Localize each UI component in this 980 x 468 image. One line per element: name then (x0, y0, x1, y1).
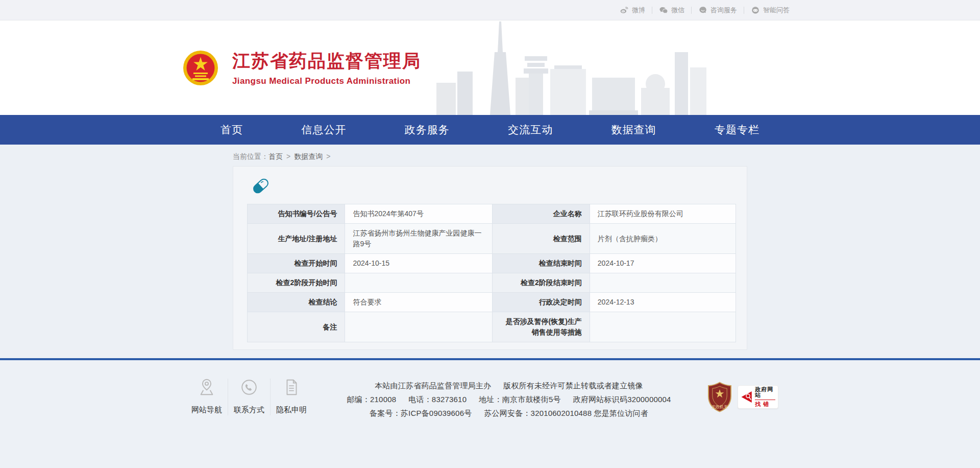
footer-info-segment: 政府网站标识码3200000004 (573, 395, 671, 404)
city-skyline-image (434, 20, 712, 115)
table-row: 检查2阶段开始时间检查2阶段结束时间 (248, 273, 736, 293)
field-label: 生产地址/注册地址 (248, 224, 345, 254)
breadcrumb-separator: > (326, 152, 330, 160)
nav-item-interaction[interactable]: 交流互动 (508, 123, 553, 137)
footer-link-label: 隐私申明 (272, 405, 311, 415)
divider (228, 379, 228, 415)
document-icon (272, 378, 311, 399)
brand: 江苏省药品监督管理局 Jiangsu Medical Products Admi… (182, 49, 421, 87)
footer-info-line: 邮编：210008电话：83273610地址：南京市鼓楼街5号政府网站标识码32… (311, 392, 707, 406)
topbar-link-label: 咨询服务 (710, 6, 737, 15)
footer-info-line: 备案号：苏ICP备09039606号苏公网安备：32010602010488 您… (311, 406, 707, 420)
topbar-link-label: 智能问答 (763, 6, 790, 15)
svg-text:党政机关: 党政机关 (712, 405, 728, 409)
field-label: 检查开始时间 (248, 254, 345, 273)
field-value (345, 273, 493, 293)
map-pin-icon (187, 378, 226, 399)
topbar-link-consult[interactable]: 咨询服务 (692, 6, 744, 15)
breadcrumb-separator: > (286, 152, 290, 160)
footer-info-line: 本站由江苏省药品监督管理局主办版权所有未经许可禁止转载或者建立镜像 (311, 379, 707, 392)
error-report-badge[interactable]: 政府网站 找错 (738, 385, 778, 409)
field-label: 检查2阶段开始时间 (248, 273, 345, 293)
field-label: 备注 (248, 312, 345, 342)
table-row: 备注是否涉及暂停(恢复)生产销售使用等措施 (248, 312, 736, 342)
field-value (345, 312, 493, 342)
footer-info-segment: 苏公网安备：32010602010488 您是第位访问者 (484, 409, 648, 417)
field-value: 2024-12-13 (590, 293, 736, 312)
magnifier-icon (741, 389, 752, 405)
nav-item-special-topics[interactable]: 专题专栏 (715, 123, 760, 137)
field-value: 符合要求 (345, 293, 493, 312)
capsule-icon (252, 177, 270, 195)
footer-info-segment: 备案号：苏ICP备09039606号 (370, 409, 472, 417)
table-row: 生产地址/注册地址江苏省扬州市扬州生物健康产业园健康一路9号检查范围片剂（含抗肿… (248, 224, 736, 254)
party-gov-badge[interactable]: 党政机关 (707, 382, 732, 412)
footer-link-site-nav[interactable]: 网站导航 (187, 378, 226, 415)
field-label: 检查结束时间 (493, 254, 590, 273)
badge-finderr-action: 找错 (755, 400, 775, 407)
field-label: 是否涉及暂停(恢复)生产销售使用等措施 (493, 312, 590, 342)
breadcrumb: 当前位置：首页>数据查询> (233, 145, 747, 161)
footer-info-segment: 版权所有未经许可禁止转载或者建立镜像 (503, 381, 643, 390)
breadcrumb-prefix: 当前位置： (233, 152, 268, 160)
topbar-link-weibo[interactable]: 微博 (613, 6, 652, 15)
phone-icon (230, 378, 268, 399)
nav-item-gov-services[interactable]: 政务服务 (405, 123, 450, 137)
footer-link-label: 联系方式 (230, 405, 268, 415)
footer-info: 本站由江苏省药品监督管理局主办版权所有未经许可禁止转载或者建立镜像邮编：2100… (311, 378, 707, 420)
footer-link-label: 网站导航 (187, 405, 226, 415)
field-value: 2024-10-15 (345, 254, 493, 273)
topbar-link-wechat[interactable]: 微信 (652, 6, 691, 15)
national-emblem-logo (182, 49, 219, 87)
table-row: 告知书编号/公告号告知书2024年第407号企业名称江苏联环药业股份有限公司 (248, 204, 736, 224)
topbar-link-label: 微博 (632, 6, 645, 15)
topbar: 微博微信咨询服务智能问答 (0, 0, 980, 20)
breadcrumb-link-data-query[interactable]: 数据查询 (294, 152, 323, 160)
field-label: 检查范围 (493, 224, 590, 254)
footer: 网站导航联系方式隐私申明 本站由江苏省药品监督管理局主办版权所有未经许可禁止转载… (0, 360, 980, 468)
field-label: 行政决定时间 (493, 293, 590, 312)
badge-finderr-title: 政府网站 (755, 387, 775, 400)
main-nav: 首页信息公开政务服务交流互动数据查询专题专栏 (0, 115, 980, 145)
field-value: 江苏联环药业股份有限公司 (590, 204, 736, 224)
footer-info-segment: 地址：南京市鼓楼街5号 (479, 395, 561, 404)
footer-info-segment: 电话：83273610 (408, 395, 467, 404)
field-value: 江苏省扬州市扬州生物健康产业园健康一路9号 (345, 224, 493, 254)
nav-item-info-disclosure[interactable]: 信息公开 (301, 123, 346, 137)
field-label: 检查2阶段结束时间 (493, 273, 590, 293)
footer-link-contact[interactable]: 联系方式 (230, 378, 268, 415)
footer-link-privacy[interactable]: 隐私申明 (272, 378, 311, 415)
field-value (590, 273, 736, 293)
footer-info-segment: 邮编：210008 (347, 395, 396, 404)
weibo-icon (620, 6, 629, 15)
site-subtitle: Jiangsu Medical Products Administration (232, 76, 421, 86)
chat-bubble-icon (698, 6, 707, 15)
site-title: 江苏省药品监督管理局 (232, 49, 421, 73)
field-value: 片剂（含抗肿瘤类） (590, 224, 736, 254)
field-label: 企业名称 (493, 204, 590, 224)
table-row: 检查开始时间2024-10-15检查结束时间2024-10-17 (248, 254, 736, 273)
breadcrumb-link-home[interactable]: 首页 (268, 152, 283, 160)
field-label: 检查结论 (248, 293, 345, 312)
robot-icon (751, 6, 760, 15)
field-value: 告知书2024年第407号 (345, 204, 493, 224)
field-value: 2024-10-17 (590, 254, 736, 273)
footer-info-segment: 本站由江苏省药品监督管理局主办 (375, 381, 491, 390)
nav-item-home[interactable]: 首页 (220, 123, 243, 137)
field-label: 告知书编号/公告号 (248, 204, 345, 224)
nav-item-data-query[interactable]: 数据查询 (611, 123, 656, 137)
wechat-icon (659, 6, 668, 15)
detail-card: 告知书编号/公告号告知书2024年第407号企业名称江苏联环药业股份有限公司生产… (233, 166, 747, 350)
divider (270, 379, 271, 415)
inspection-detail-table: 告知书编号/公告号告知书2024年第407号企业名称江苏联环药业股份有限公司生产… (247, 204, 736, 342)
topbar-link-qa[interactable]: 智能问答 (744, 6, 796, 15)
topbar-link-label: 微信 (671, 6, 684, 15)
site-header: 江苏省药品监督管理局 Jiangsu Medical Products Admi… (0, 20, 980, 115)
field-value (590, 312, 736, 342)
table-row: 检查结论符合要求行政决定时间2024-12-13 (248, 293, 736, 312)
